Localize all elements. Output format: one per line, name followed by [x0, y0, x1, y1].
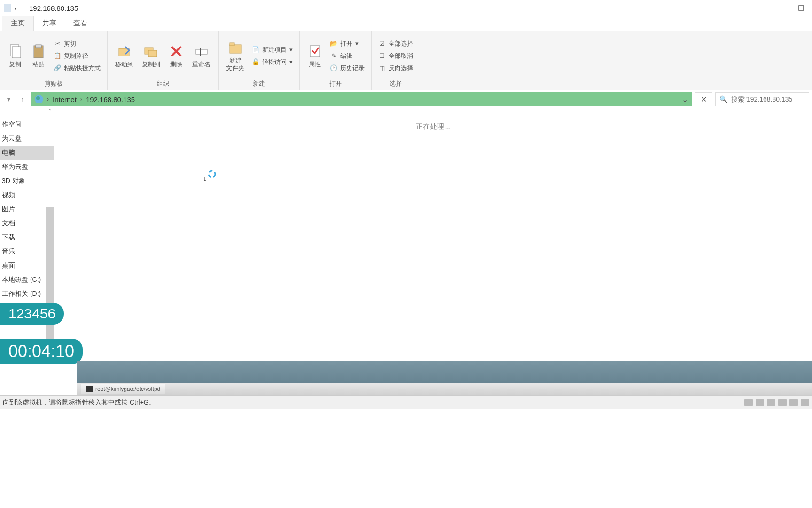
easy-access-icon: 🔓	[252, 58, 259, 66]
wait-cursor-icon	[203, 170, 216, 183]
search-box[interactable]: 🔍	[715, 92, 809, 106]
copy-button[interactable]: 复制	[5, 43, 25, 69]
cut-button[interactable]: ✂剪切	[52, 39, 102, 49]
path-icon: 📋	[54, 52, 61, 60]
window-title: 192.168.80.135	[29, 4, 78, 12]
group-label-select: 选择	[376, 79, 415, 89]
chevron-right-icon: ›	[47, 96, 49, 103]
paste-button[interactable]: 粘贴	[28, 43, 49, 69]
tray-sound-icon[interactable]	[789, 399, 798, 406]
ribbon-group-select: ☑全部选择 ☐全部取消 ◫反向选择 选择	[372, 31, 420, 90]
address-bar-row: ▾ ↑ › Internet › 192.168.80.135 ⌄ ✕ 🔍	[0, 90, 812, 108]
app-icon	[4, 4, 11, 12]
maximize-button[interactable]	[790, 0, 812, 16]
select-all-icon: ☑	[378, 40, 386, 48]
new-folder-button[interactable]: 新建 文件夹	[223, 39, 247, 72]
title-bar: ▾ 192.168.80.135	[0, 0, 812, 16]
select-all-button[interactable]: ☑全部选择	[376, 39, 415, 49]
tab-share[interactable]: 共享	[34, 16, 65, 31]
nav-up-button[interactable]: ↑	[17, 94, 28, 105]
search-input[interactable]	[731, 95, 805, 103]
edit-icon: ✎	[330, 52, 337, 60]
file-list-area[interactable]: 正在处理...	[54, 108, 812, 508]
svg-rect-14	[230, 43, 234, 46]
ribbon-group-new: 新建 文件夹 📄新建项目 ▾ 🔓轻松访问 ▾ 新建	[219, 31, 300, 90]
select-none-icon: ☐	[378, 52, 386, 60]
open-icon: 📂	[330, 40, 337, 48]
title-separator	[23, 4, 23, 12]
address-bar[interactable]: › Internet › 192.168.80.135 ⌄	[31, 92, 692, 106]
vm-hint-text: 向到该虚拟机，请将鼠标指针移入其中或按 Ctrl+G。	[3, 398, 156, 407]
tray-usb-icon[interactable]	[801, 399, 809, 406]
tray-network-icon[interactable]	[767, 399, 775, 406]
svg-rect-13	[230, 45, 241, 53]
breadcrumb-root[interactable]: Internet	[53, 95, 77, 103]
stop-button[interactable]: ✕	[695, 92, 712, 106]
internet-icon	[35, 95, 43, 103]
address-dropdown-icon[interactable]: ⌄	[682, 95, 688, 104]
ribbon-group-open: 属性 📂打开 ▾ ✎编辑 🕑历史记录 打开	[300, 31, 372, 90]
copy-path-button[interactable]: 📋复制路径	[52, 51, 102, 61]
loading-text: 正在处理...	[416, 122, 450, 131]
invert-selection-button[interactable]: ◫反向选择	[376, 63, 415, 73]
group-label-open: 打开	[304, 79, 367, 89]
properties-button[interactable]: 属性	[304, 43, 325, 69]
copy-icon	[8, 44, 23, 59]
minimize-icon	[777, 5, 782, 11]
rename-button[interactable]: 重命名	[189, 43, 213, 69]
vm-taskbar: root@kimlygao:/etc/vsftpd	[77, 361, 812, 395]
svg-rect-3	[12, 47, 21, 58]
chevron-down-icon: ▾	[289, 46, 293, 53]
select-none-button[interactable]: ☐全部取消	[376, 51, 415, 61]
folder-icon	[228, 40, 243, 55]
vm-status-bar: 向到该虚拟机，请将鼠标指针移入其中或按 Ctrl+G。	[0, 395, 812, 409]
group-label-organize: 组织	[112, 79, 213, 89]
delete-button[interactable]: 删除	[166, 43, 187, 69]
close-icon: ✕	[701, 95, 707, 104]
delete-icon	[169, 44, 184, 59]
svg-rect-8	[148, 50, 157, 57]
history-icon: 🕑	[330, 64, 337, 72]
new-item-icon: 📄	[252, 46, 259, 54]
qa-dropdown-icon[interactable]: ▾	[14, 6, 16, 11]
copy-to-icon	[144, 44, 159, 59]
chevron-right-icon: ›	[80, 96, 82, 103]
terminal-icon	[86, 386, 93, 392]
tray-disk-icon[interactable]	[744, 399, 753, 406]
minimize-button[interactable]	[769, 0, 790, 16]
chevron-down-icon: ▾	[289, 58, 293, 65]
history-button[interactable]: 🕑历史记录	[328, 63, 367, 73]
move-to-button[interactable]: 移动到	[112, 43, 136, 69]
edit-button[interactable]: ✎编辑	[328, 51, 367, 61]
tab-home[interactable]: 主页	[2, 16, 34, 31]
svg-rect-1	[799, 6, 804, 10]
properties-icon	[307, 44, 322, 59]
tray-cd-icon[interactable]	[756, 399, 764, 406]
breadcrumb-path[interactable]: 192.168.80.135	[86, 95, 135, 103]
ribbon-tabs: 主页 共享 查看	[0, 16, 812, 31]
tab-view[interactable]: 查看	[65, 16, 96, 31]
rename-icon	[194, 44, 209, 59]
overlay-timer-badge: 00:04:10	[0, 339, 83, 364]
taskbar-terminal-item[interactable]: root@kimlygao:/etc/vsftpd	[81, 384, 165, 394]
new-item-button[interactable]: 📄新建项目 ▾	[250, 45, 295, 55]
tray-printer-icon[interactable]	[778, 399, 787, 406]
move-icon	[117, 44, 132, 59]
ribbon-group-organize: 移动到 复制到 删除 重命名 组织	[108, 31, 219, 90]
vm-tray	[744, 399, 809, 406]
ribbon-group-clipboard: 复制 粘贴 ✂剪切 📋复制路径 🔗粘贴快捷方式 剪贴板	[0, 31, 108, 90]
scissors-icon: ✂	[54, 40, 61, 48]
paste-shortcut-button[interactable]: 🔗粘贴快捷方式	[52, 63, 102, 73]
search-icon: 🔍	[719, 95, 727, 103]
maximize-icon	[798, 5, 804, 11]
content-area: ⌃ 作空间为云盘电脑华为云盘3D 对象视频图片文档下载音乐桌面本地磁盘 (C:)…	[0, 108, 812, 508]
open-button[interactable]: 📂打开 ▾	[328, 39, 367, 49]
invert-icon: ◫	[378, 64, 386, 72]
nav-recent-dropdown[interactable]: ▾	[3, 94, 14, 105]
overlay-code-badge: 123456	[0, 303, 64, 325]
copy-to-button[interactable]: 复制到	[139, 43, 163, 69]
svg-point-16	[209, 171, 215, 177]
paste-icon	[31, 44, 46, 59]
easy-access-button[interactable]: 🔓轻松访问 ▾	[250, 57, 295, 67]
ribbon: 复制 粘贴 ✂剪切 📋复制路径 🔗粘贴快捷方式 剪贴板 移动到 复制到	[0, 31, 812, 90]
